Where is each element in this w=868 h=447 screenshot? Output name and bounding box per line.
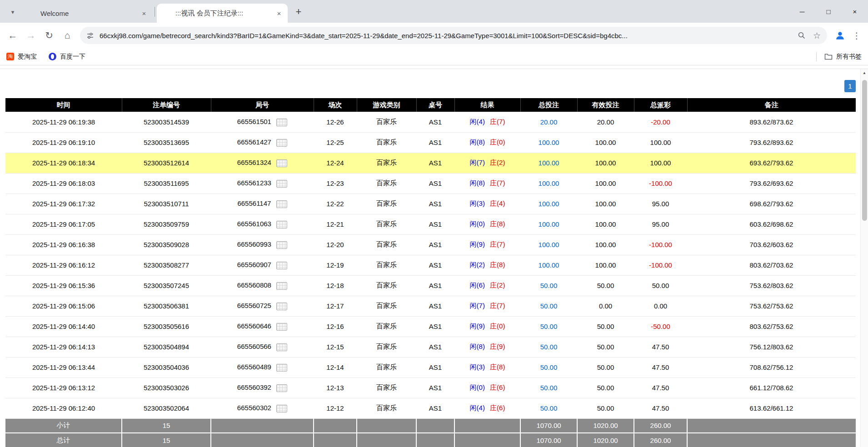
table-row[interactable]: 2025-11-29 06:15:06 523003506381 6655607… xyxy=(5,296,856,316)
minimize-button[interactable]: ─ xyxy=(789,0,815,23)
table-row[interactable]: 2025-11-29 06:18:03 523003511695 6655612… xyxy=(5,173,856,194)
grand-total-empty xyxy=(357,433,416,447)
table-row[interactable]: 2025-11-29 06:19:10 523003513695 6655614… xyxy=(5,132,856,153)
url-input[interactable]: 66cxkj98.com/game/betrecord_search/kind3… xyxy=(100,32,793,40)
cell-total-bet[interactable]: 100.00 xyxy=(520,194,577,214)
cell-bet-id: 523003506381 xyxy=(122,296,211,316)
scrollbar-up-icon[interactable]: ▲ xyxy=(861,69,868,77)
home-button[interactable]: ⌂ xyxy=(58,26,76,45)
round-id-text: 665560993 xyxy=(237,240,271,248)
cell-round-id: 665560302 xyxy=(211,398,314,418)
tab-close-icon[interactable]: × xyxy=(274,8,284,18)
result-player: 闲(0) xyxy=(470,220,485,228)
tab-welcome[interactable]: Welcome × xyxy=(22,4,153,23)
address-bar[interactable]: 66cxkj98.com/game/betrecord_search/kind3… xyxy=(80,27,827,44)
tab-bet-records[interactable]: :::视讯 会员下注纪录::: × xyxy=(157,4,288,23)
table-row[interactable]: 2025-11-29 06:13:44 523003504036 6655604… xyxy=(5,357,856,377)
cell-remark: 603.62/698.62 xyxy=(687,214,856,234)
refresh-button[interactable]: ↻ xyxy=(40,26,58,45)
cell-round-id: 665560646 xyxy=(211,316,314,337)
table-row[interactable]: 2025-11-29 06:17:32 523003510711 6655611… xyxy=(5,194,856,214)
grand-total-row: 总计 15 1070.00 1020.00 260.00 xyxy=(5,433,856,447)
cell-total-bet[interactable]: 100.00 xyxy=(520,234,577,255)
profile-avatar[interactable] xyxy=(831,26,849,45)
tab-title: :::视讯 会员下注纪录::: xyxy=(175,9,274,18)
round-id-text: 665561063 xyxy=(237,220,271,228)
table-row[interactable]: 2025-11-29 06:16:12 523003508277 6655609… xyxy=(5,255,856,275)
bookmark-star-icon[interactable]: ☆ xyxy=(813,31,821,40)
table-row[interactable]: 2025-11-29 06:12:40 523003502064 6655603… xyxy=(5,398,856,418)
game-road-icon[interactable] xyxy=(276,343,287,351)
close-button[interactable]: × xyxy=(842,0,868,23)
cell-total-bet[interactable]: 100.00 xyxy=(520,132,577,153)
scrollbar-thumb[interactable] xyxy=(862,80,867,221)
welcome-tab-favicon xyxy=(28,10,36,17)
all-bookmarks-button[interactable]: 所有书签 xyxy=(824,53,862,61)
game-road-icon[interactable] xyxy=(276,159,287,167)
cell-total-bet[interactable]: 100.00 xyxy=(520,173,577,194)
game-road-icon[interactable] xyxy=(276,241,287,249)
cell-time: 2025-11-29 06:18:03 xyxy=(5,173,122,194)
game-road-icon[interactable] xyxy=(276,405,287,412)
game-road-icon[interactable] xyxy=(276,200,287,208)
game-road-icon[interactable] xyxy=(276,384,287,392)
cell-total-bet[interactable]: 100.00 xyxy=(520,214,577,234)
game-road-icon[interactable] xyxy=(276,139,287,147)
table-row[interactable]: 2025-11-29 06:15:36 523003507245 6655608… xyxy=(5,275,856,296)
browser-menu-icon[interactable]: ⋮ xyxy=(849,26,864,45)
table-row[interactable]: 2025-11-29 06:19:38 523003514539 6655615… xyxy=(5,112,856,132)
table-row[interactable]: 2025-11-29 06:18:34 523003512614 6655613… xyxy=(5,153,856,173)
cell-table-no: AS1 xyxy=(416,255,454,275)
tab-separator xyxy=(155,7,155,17)
zoom-icon[interactable] xyxy=(798,31,806,40)
grand-total-label: 总计 xyxy=(5,433,122,447)
tab-search-button[interactable]: ▾ xyxy=(5,5,20,19)
cell-total-bet[interactable]: 100.00 xyxy=(520,255,577,275)
table-row[interactable]: 2025-11-29 06:13:12 523003503026 6655603… xyxy=(5,377,856,398)
bookmark-aitaobao[interactable]: 淘 爱淘宝 xyxy=(6,53,37,61)
cell-remark: 893.62/873.62 xyxy=(687,112,856,132)
round-id-text: 665561427 xyxy=(237,138,271,146)
game-road-icon[interactable] xyxy=(276,119,287,126)
result-player: 闲(4) xyxy=(470,404,485,412)
game-road-icon[interactable] xyxy=(276,364,287,372)
cell-bet-id: 523003510711 xyxy=(122,194,211,214)
page-scrollbar[interactable]: ▲ xyxy=(860,69,868,447)
game-road-icon[interactable] xyxy=(276,303,287,310)
round-id-text: 665561501 xyxy=(237,118,271,125)
table-row[interactable]: 2025-11-29 06:14:40 523003505616 6655606… xyxy=(5,316,856,337)
result-player: 闲(2) xyxy=(470,261,485,268)
table-row[interactable]: 2025-11-29 06:14:13 523003504894 6655605… xyxy=(5,337,856,357)
tab-close-icon[interactable]: × xyxy=(139,8,149,18)
result-banker: 庄(6) xyxy=(490,404,505,412)
game-road-icon[interactable] xyxy=(276,323,287,331)
forward-button[interactable]: → xyxy=(22,26,40,45)
cell-total-bet[interactable]: 50.00 xyxy=(520,296,577,316)
game-road-icon[interactable] xyxy=(276,262,287,269)
bookmarks-bar: 淘 爱淘宝 百度一下 所有书签 xyxy=(0,48,868,65)
bookmark-baidu[interactable]: 百度一下 xyxy=(49,53,85,61)
game-road-icon[interactable] xyxy=(276,180,287,188)
maximize-button[interactable]: □ xyxy=(815,0,842,23)
cell-total-bet[interactable]: 50.00 xyxy=(520,275,577,296)
pagination-page-1[interactable]: 1 xyxy=(844,80,856,92)
page-content: 1 时间注单编号局号场次游戏类别桌号结果总投注有效投注总派彩备注 2025-11… xyxy=(0,65,868,447)
subtotal-row: 小计 15 1070.00 1020.00 260.00 xyxy=(5,418,856,433)
cell-table-no: AS1 xyxy=(416,398,454,418)
new-tab-button[interactable]: + xyxy=(291,5,306,19)
cell-total-bet[interactable]: 50.00 xyxy=(520,357,577,377)
game-road-icon[interactable] xyxy=(276,221,287,228)
site-info-icon[interactable] xyxy=(86,32,94,40)
cell-total-bet[interactable]: 50.00 xyxy=(520,377,577,398)
cell-total-bet[interactable]: 50.00 xyxy=(520,398,577,418)
game-road-icon[interactable] xyxy=(276,282,287,290)
cell-time: 2025-11-29 06:14:13 xyxy=(5,337,122,357)
table-row[interactable]: 2025-11-29 06:17:05 523003509759 6655610… xyxy=(5,214,856,234)
cell-total-bet[interactable]: 50.00 xyxy=(520,316,577,337)
table-row[interactable]: 2025-11-29 06:16:38 523003509028 6655609… xyxy=(5,234,856,255)
cell-total-bet[interactable]: 50.00 xyxy=(520,337,577,357)
cell-total-bet[interactable]: 100.00 xyxy=(520,153,577,173)
cell-total-bet[interactable]: 20.00 xyxy=(520,112,577,132)
cell-time: 2025-11-29 06:16:38 xyxy=(5,234,122,255)
back-button[interactable]: ← xyxy=(4,26,22,45)
